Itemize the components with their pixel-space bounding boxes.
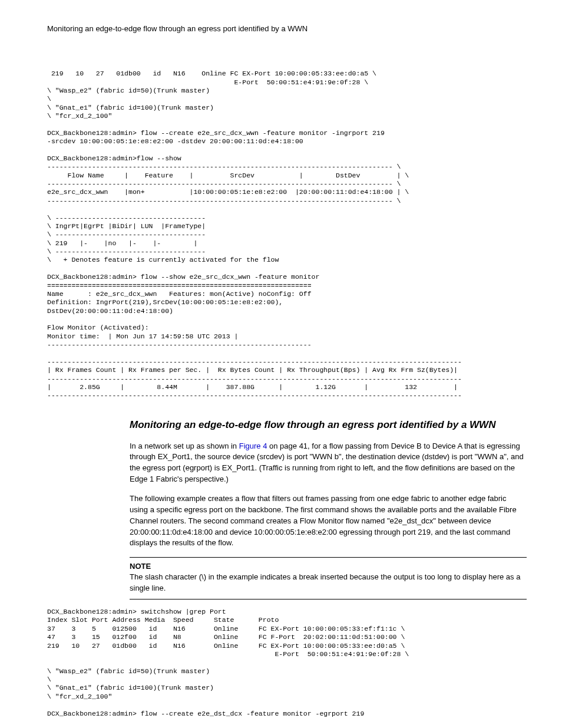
paragraph-1: In a network set up as shown in Figure 4… <box>47 441 527 485</box>
code-block-2: DCX_Backbone128:admin> switchshow |grep … <box>47 608 527 718</box>
section-heading: Monitoring an edge-to-edge flow through … <box>47 418 527 432</box>
figure-link[interactable]: Figure 4 <box>239 442 267 450</box>
code-block-1: 219 10 27 01db00 id N16 Online FC EX-Por… <box>47 70 527 400</box>
paragraph-2: The following example creates a flow tha… <box>47 493 527 549</box>
page-header-title: Monitoring an edge-to-edge flow through … <box>47 24 527 34</box>
note-text: The slash character (\) in the example i… <box>130 572 527 594</box>
note-label: NOTE <box>130 561 527 572</box>
note-block: NOTE The slash character (\) in the exam… <box>130 557 527 599</box>
para1-part-a: In a network set up as shown in <box>130 442 239 450</box>
